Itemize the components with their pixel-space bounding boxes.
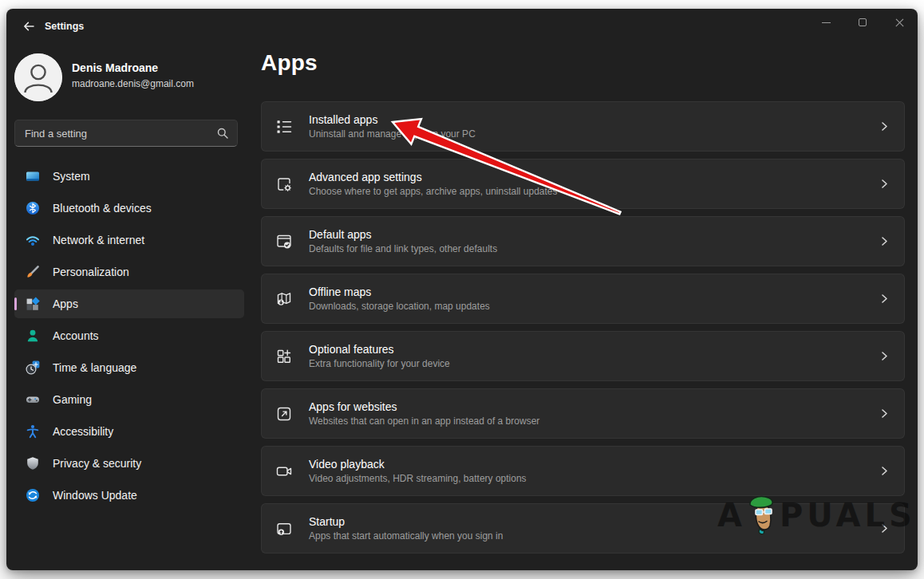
card-installed-apps[interactable]: Installed apps Uninstall and manage apps… <box>261 101 905 152</box>
profile-email: madroane.denis@gmail.com <box>72 78 194 89</box>
minimize-button[interactable] <box>808 9 844 36</box>
minimize-icon <box>822 22 831 23</box>
chevron-right-icon <box>879 120 890 132</box>
windows-update-icon <box>26 488 40 502</box>
window-title: Settings <box>45 9 84 44</box>
time-language-icon <box>26 360 40 375</box>
close-icon <box>894 18 905 28</box>
profile-name: Denis Madroane <box>72 61 158 74</box>
card-subtitle: Downloads, storage location, map updates <box>309 301 490 312</box>
sidebar-item-gaming[interactable]: Gaming <box>14 385 244 414</box>
back-arrow-icon <box>22 19 36 33</box>
card-optional-features[interactable]: Optional features Extra functionality fo… <box>261 331 905 381</box>
offline-maps-icon <box>275 290 293 308</box>
card-title: Offline maps <box>309 286 490 298</box>
maximize-icon <box>859 18 867 26</box>
chevron-right-icon <box>879 293 890 305</box>
sidebar-item-apps[interactable]: Apps <box>14 290 244 318</box>
window-controls <box>808 9 918 36</box>
default-apps-icon <box>275 233 293 250</box>
card-offline-maps[interactable]: Offline maps Downloads, storage location… <box>261 274 905 324</box>
sidebar-item-label: Network & internet <box>53 234 144 246</box>
card-apps-for-websites[interactable]: Apps for websites Websites that can open… <box>261 388 905 439</box>
chevron-right-icon <box>879 522 890 534</box>
back-button[interactable] <box>16 15 41 37</box>
screenshot-stage: Settings Denis Madroane madroane.denis@g… <box>0 0 924 579</box>
card-subtitle: Video adjustments, HDR streaming, batter… <box>309 473 527 484</box>
sidebar-item-label: System <box>53 170 90 183</box>
sidebar-item-time-language[interactable]: Time & language <box>14 353 244 382</box>
card-subtitle: Uninstall and manage apps on your PC <box>309 128 476 140</box>
page-title: Apps <box>261 50 318 76</box>
sidebar-item-label: Apps <box>53 297 78 310</box>
chevron-right-icon <box>879 178 890 190</box>
sidebar-item-label: Personalization <box>53 266 129 278</box>
card-title: Startup <box>309 515 503 528</box>
startup-icon <box>275 520 293 538</box>
chevron-right-icon <box>879 235 890 247</box>
titlebar: Settings <box>6 9 918 44</box>
card-subtitle: Extra functionality for your device <box>309 358 450 369</box>
card-title: Video playback <box>309 458 527 471</box>
chevron-right-icon <box>879 465 890 477</box>
search-input[interactable] <box>25 128 216 140</box>
system-icon <box>26 169 40 183</box>
sidebar-item-bluetooth-devices[interactable]: Bluetooth & devices <box>14 194 244 223</box>
bluetooth-icon <box>26 201 40 215</box>
sidebar-item-label: Windows Update <box>53 489 137 502</box>
card-title: Default apps <box>309 228 497 241</box>
accounts-icon <box>26 329 40 343</box>
sidebar-item-label: Bluetooth & devices <box>53 202 152 215</box>
avatar[interactable] <box>14 53 62 101</box>
accessibility-icon <box>26 424 40 439</box>
privacy-security-icon <box>26 456 40 471</box>
sidebar-item-privacy-security[interactable]: Privacy & security <box>14 449 244 478</box>
chevron-right-icon <box>879 408 890 419</box>
search-icon <box>216 127 229 140</box>
apps-icon <box>26 297 40 311</box>
video-playback-icon <box>275 463 293 480</box>
sidebar-item-label: Accessibility <box>53 425 113 438</box>
close-button[interactable] <box>881 9 918 36</box>
sidebar-item-label: Gaming <box>53 393 92 406</box>
sidebar-item-label: Time & language <box>53 361 136 374</box>
search-box[interactable] <box>14 120 238 147</box>
sidebar-item-accounts[interactable]: Accounts <box>14 321 244 350</box>
card-title: Optional features <box>309 343 450 356</box>
maximize-button[interactable] <box>844 9 881 36</box>
gaming-icon <box>26 392 40 407</box>
card-title: Installed apps <box>309 113 476 126</box>
sidebar-item-network-internet[interactable]: Network & internet <box>14 226 244 254</box>
optional-features-icon <box>275 348 293 365</box>
card-video-playback[interactable]: Video playback Video adjustments, HDR st… <box>261 446 905 496</box>
sidebar-item-label: Accounts <box>53 329 99 342</box>
card-title: Apps for websites <box>309 400 539 413</box>
person-icon <box>14 53 62 101</box>
chevron-right-icon <box>879 350 890 362</box>
sidebar-item-accessibility[interactable]: Accessibility <box>14 417 244 446</box>
card-subtitle: Choose where to get apps, archive apps, … <box>309 186 558 197</box>
sidebar-item-system[interactable]: System <box>14 162 244 191</box>
card-startup[interactable]: Startup Apps that start automatically wh… <box>261 503 905 553</box>
card-default-apps[interactable]: Default apps Defaults for file and link … <box>261 216 905 266</box>
apps-for-websites-icon <box>275 405 293 423</box>
card-title: Advanced app settings <box>309 171 558 183</box>
card-advanced-app-settings[interactable]: Advanced app settings Choose where to ge… <box>261 159 905 209</box>
sidebar-item-windows-update[interactable]: Windows Update <box>14 481 244 510</box>
sidebar-nav: System Bluetooth & devices Network & int… <box>14 162 244 513</box>
installed-apps-icon <box>275 118 293 136</box>
sidebar-item-label: Privacy & security <box>53 457 141 470</box>
personalization-icon <box>26 265 40 279</box>
sidebar-item-personalization[interactable]: Personalization <box>14 258 244 286</box>
card-subtitle: Defaults for file and link types, other … <box>309 243 497 254</box>
settings-cards: Installed apps Uninstall and manage apps… <box>261 101 905 561</box>
settings-window: Settings Denis Madroane madroane.denis@g… <box>6 9 918 570</box>
card-subtitle: Apps that start automatically when you s… <box>309 530 503 542</box>
card-subtitle: Websites that can open in an app instead… <box>309 416 539 427</box>
network-icon <box>26 233 40 247</box>
advanced-app-settings-icon <box>275 175 293 193</box>
